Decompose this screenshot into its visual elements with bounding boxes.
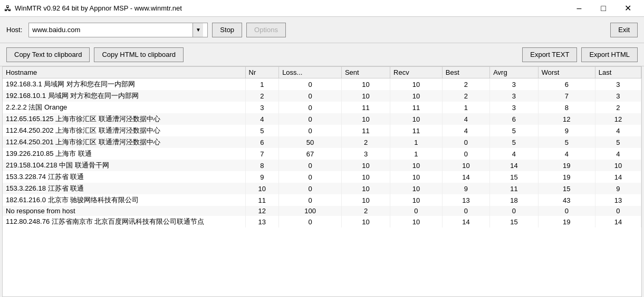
cell-value: 19 xyxy=(538,160,595,171)
cell-value: 0 xyxy=(279,183,342,194)
cell-value: 11 xyxy=(341,125,390,136)
results-table: Hostname Nr Loss... Sent Recv Best Avrg … xyxy=(3,67,641,227)
col-nr: Nr xyxy=(245,67,279,78)
cell-value: 19 xyxy=(538,171,595,183)
table-body: 192.168.3.1 局域网 对方和您在同一内部网1010102363192.… xyxy=(3,78,641,228)
export-html-button[interactable]: Export HTML xyxy=(581,47,638,62)
app-title: WinMTR v0.92 64 bit by Appnor MSP - www.… xyxy=(15,4,182,12)
cell-value: 3 xyxy=(490,78,539,91)
cell-value: 0 xyxy=(442,148,489,160)
cell-value: 0 xyxy=(279,90,342,102)
host-input[interactable] xyxy=(29,23,193,37)
cell-value: 9 xyxy=(442,183,489,194)
app-icon: 🖧 xyxy=(4,4,12,13)
table-row: 2.2.2.2 法国 Orange3011111382 xyxy=(3,102,641,113)
cell-hostname: 112.65.165.125 上海市徐汇区 联通漕河泾数据中心 xyxy=(3,113,245,125)
cell-value: 0 xyxy=(279,160,342,171)
cell-value: 10 xyxy=(390,90,443,102)
cell-value: 15 xyxy=(538,183,595,194)
host-label: Host: xyxy=(6,26,22,34)
cell-hostname: 192.168.3.1 局域网 对方和您在同一内部网 xyxy=(3,78,245,91)
cell-value: 1 xyxy=(390,136,443,148)
cell-value: 4 xyxy=(490,148,539,160)
cell-value: 4 xyxy=(442,113,489,125)
cell-value: 2 xyxy=(341,136,390,148)
cell-value: 1 xyxy=(442,102,489,113)
title-bar-controls: – □ ✕ xyxy=(567,0,640,17)
cell-value: 13 xyxy=(595,194,641,206)
cell-value: 2 xyxy=(442,90,489,102)
cell-value: 10 xyxy=(390,216,443,227)
table-row: 153.3.228.74 江苏省 联通90101014151914 xyxy=(3,171,641,183)
cell-value: 10 xyxy=(442,160,489,171)
cell-value: 0 xyxy=(442,136,489,148)
cell-value: 11 xyxy=(390,102,443,113)
close-button[interactable]: ✕ xyxy=(616,0,640,17)
cell-value: 0 xyxy=(442,206,489,216)
export-text-button[interactable]: Export TEXT xyxy=(522,47,577,62)
cell-value: 10 xyxy=(341,90,390,102)
cell-value: 8 xyxy=(245,160,279,171)
host-dropdown-button[interactable]: ▼ xyxy=(193,23,203,37)
table-row: No response from host12100200000 xyxy=(3,206,641,216)
cell-value: 18 xyxy=(490,194,539,206)
options-button[interactable]: Options xyxy=(246,23,286,37)
cell-value: 14 xyxy=(442,171,489,183)
cell-value: 0 xyxy=(279,194,342,206)
cell-value: 5 xyxy=(595,136,641,148)
cell-value: 6 xyxy=(490,113,539,125)
cell-value: 10 xyxy=(390,113,443,125)
cell-value: 6 xyxy=(245,136,279,148)
cell-hostname: No response from host xyxy=(3,206,245,216)
actions-bar: Copy Text to clipboard Copy HTML to clip… xyxy=(0,43,644,66)
minimize-button[interactable]: – xyxy=(567,0,591,17)
table-row: 153.3.226.18 江苏省 联通1001010911159 xyxy=(3,183,641,194)
cell-value: 10 xyxy=(245,183,279,194)
title-bar-left: 🖧 WinMTR v0.92 64 bit by Appnor MSP - ww… xyxy=(4,4,182,13)
cell-value: 12 xyxy=(595,113,641,125)
cell-value: 3 xyxy=(490,102,539,113)
cell-value: 10 xyxy=(390,171,443,183)
cell-value: 14 xyxy=(490,160,539,171)
stop-button[interactable]: Stop xyxy=(212,23,242,37)
table-row: 219.158.104.218 中国 联通骨干网80101010141910 xyxy=(3,160,641,171)
copy-html-button[interactable]: Copy HTML to clipboard xyxy=(94,47,184,62)
cell-value: 4 xyxy=(442,125,489,136)
cell-value: 5 xyxy=(490,125,539,136)
cell-value: 10 xyxy=(341,216,390,227)
cell-value: 11 xyxy=(341,102,390,113)
cell-value: 10 xyxy=(390,78,443,91)
cell-value: 11 xyxy=(490,183,539,194)
cell-value: 0 xyxy=(538,206,595,216)
cell-value: 3 xyxy=(245,102,279,113)
cell-value: 10 xyxy=(341,183,390,194)
cell-hostname: 192.168.10.1 局域网 对方和您在同一内部网 xyxy=(3,90,245,102)
cell-value: 11 xyxy=(245,194,279,206)
cell-value: 100 xyxy=(279,206,342,216)
cell-hostname: 2.2.2.2 法国 Orange xyxy=(3,102,245,113)
table-row: 112.64.250.202 上海市徐汇区 联通漕河泾数据中心501111459… xyxy=(3,125,641,136)
cell-value: 10 xyxy=(341,160,390,171)
cell-value: 0 xyxy=(490,206,539,216)
col-avrg: Avrg xyxy=(490,67,539,78)
cell-value: 0 xyxy=(595,206,641,216)
exit-button[interactable]: Exit xyxy=(610,23,638,37)
cell-value: 2 xyxy=(341,206,390,216)
cell-value: 7 xyxy=(538,90,595,102)
col-recv: Recv xyxy=(390,67,443,78)
cell-value: 3 xyxy=(595,90,641,102)
copy-text-button[interactable]: Copy Text to clipboard xyxy=(6,47,90,62)
cell-hostname: 219.158.104.218 中国 联通骨干网 xyxy=(3,160,245,171)
cell-value: 10 xyxy=(341,194,390,206)
col-sent: Sent xyxy=(341,67,390,78)
col-best: Best xyxy=(442,67,489,78)
cell-value: 12 xyxy=(245,206,279,216)
col-last: Last xyxy=(595,67,641,78)
cell-value: 0 xyxy=(279,216,342,227)
table-row: 112.80.248.76 江苏省南京市 北京百度网讯科技有限公司联通节点130… xyxy=(3,216,641,227)
cell-value: 4 xyxy=(538,148,595,160)
maximize-button[interactable]: □ xyxy=(591,0,616,17)
cell-value: 15 xyxy=(490,171,539,183)
cell-value: 8 xyxy=(538,102,595,113)
cell-value: 9 xyxy=(245,171,279,183)
